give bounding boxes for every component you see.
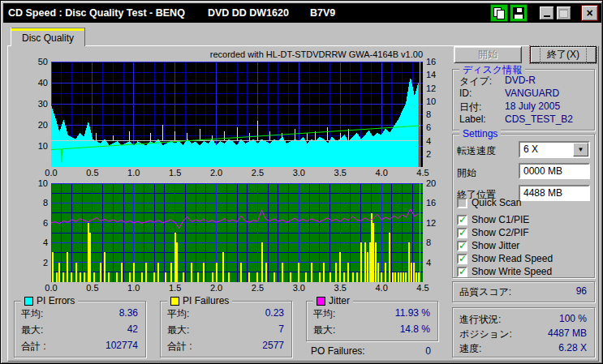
transfer-speed-label: 転送速度 [457, 144, 496, 158]
recorded-with-caption: recorded with HL-DT-STDVDRRW GWA-4164B v… [163, 49, 423, 59]
jitter-avg-label: 平均: [313, 307, 335, 321]
checkbox-label: Show C1/PIE [472, 214, 529, 225]
checkbox-show-jitter[interactable]: ✓ Show Jitter [457, 240, 519, 251]
axis-tick-label: 1.5 [163, 168, 187, 178]
end-position-input[interactable] [519, 185, 590, 201]
stop-button[interactable]: 終了(X) [530, 46, 597, 63]
disc-date-value: 18 July 2005 [505, 101, 560, 112]
axis-tick-label: 4.0 [369, 283, 394, 293]
pif-avg-value: 0.23 [265, 307, 284, 319]
axis-tick-label: 6 [426, 122, 450, 132]
check-icon: ✓ [459, 214, 467, 225]
checkbox-label: Show Jitter [472, 240, 519, 251]
checkbox-label: Quick Scan [472, 197, 521, 208]
checkbox-label: Show Write Speed [472, 266, 552, 277]
transfer-speed-select[interactable]: 6 X ▼ [519, 141, 590, 158]
checkbox-label: Show Read Speed [472, 253, 553, 264]
axis-tick-label: 1.5 [163, 283, 187, 293]
pi-failures-legend-label: PI Failures [183, 295, 229, 306]
pie-avg-label: 平均: [21, 307, 43, 321]
chevron-down-icon[interactable]: ▼ [573, 143, 588, 156]
checkbox-show-write-speed[interactable]: ✓ Show Write Speed [457, 266, 552, 277]
disc-id-value: VANGUARD [505, 88, 559, 99]
disc-type-value: DVD-R [505, 75, 536, 86]
jitter-max-value: 14.8 % [400, 323, 430, 335]
progress-value: 100 % [559, 313, 587, 324]
axis-tick-label: 0.0 [39, 168, 63, 178]
pif-max-value: 7 [278, 323, 284, 335]
axis-tick-label: 2.0 [205, 168, 229, 178]
axis-tick-label: 20 [20, 120, 48, 130]
start-button[interactable]: 開始 [454, 46, 522, 63]
checkbox-box: ✓ [457, 254, 467, 264]
close-icon: × [586, 6, 592, 19]
pi-errors-legend: PI Errors [21, 295, 78, 306]
pi-failures-swatch-icon [170, 297, 179, 306]
axis-tick-label: 1.0 [122, 283, 146, 293]
window-title-firmware: B7V9 [310, 7, 335, 19]
axis-tick-label: 16 [426, 198, 450, 208]
progress-group: 進行状況:100 % ポジション:4487 MB 速度:6.28 X [452, 307, 595, 358]
axis-tick-label: 8 [20, 198, 48, 208]
stop-button-label: 終了(X) [540, 46, 587, 63]
checkbox-show-c1-pie[interactable]: ✓ Show C1/PIE [457, 214, 529, 225]
quality-score-group: 品質スコア:96 [452, 281, 595, 302]
axis-tick-label: 50 [20, 57, 48, 66]
start-position-label: 開始 [457, 166, 476, 180]
jitter-stats-group: Jitter 平均:11.93 % 最大:14.8 % [306, 301, 438, 341]
speed-value: 6.28 X [558, 342, 587, 353]
check-icon: ✓ [459, 253, 467, 264]
copy-to-clipboard-button[interactable] [490, 4, 508, 22]
speed-label: 速度: [459, 342, 481, 356]
start-position-input[interactable] [519, 163, 590, 179]
axis-tick-label: 4.5 [411, 283, 435, 293]
pie-max-label: 最大: [21, 323, 43, 337]
axis-tick-label: 2.5 [245, 283, 269, 293]
disc-label-value: CDS_TEST_B2 [505, 113, 573, 125]
jitter-avg-value: 11.93 % [395, 307, 430, 319]
settings-title: Settings [459, 128, 501, 139]
pi-errors-legend-label: PI Errors [37, 295, 75, 306]
axis-tick-label: 0.0 [39, 283, 63, 293]
axis-tick-label: 40 [20, 78, 48, 88]
axis-tick-label: 14 [426, 70, 450, 79]
po-failures-value: 0 [390, 345, 431, 357]
pi-failures-chart [51, 183, 423, 282]
axis-tick-label: 2.0 [205, 283, 229, 293]
axis-tick-label: 10 [20, 141, 48, 151]
quality-score-value: 96 [576, 285, 587, 297]
save-button[interactable] [510, 4, 528, 22]
progress-label: 進行状況: [459, 313, 501, 327]
title-bar-buttons: × [489, 4, 598, 22]
disc-type-label: タイプ: [459, 75, 492, 88]
axis-tick-label: 4 [20, 238, 48, 247]
axis-tick-label: 20 [426, 178, 450, 188]
jitter-legend: Jitter [313, 295, 353, 306]
checkbox-show-c2-pif[interactable]: ✓ Show C2/PIF [457, 227, 529, 238]
tab-disc-quality[interactable]: Disc Quality [11, 28, 85, 46]
axis-tick-label: 10 [20, 178, 48, 188]
axis-tick-label: 2 [20, 258, 48, 268]
minimize-button[interactable] [539, 6, 554, 20]
close-button[interactable]: × [581, 5, 598, 21]
checkbox-quick-scan[interactable]: ✓ Quick Scan [457, 197, 521, 208]
disc-id-label: ID: [459, 88, 472, 99]
minimize-icon [544, 15, 550, 17]
axis-tick-label: 2 [426, 149, 450, 159]
axis-tick-label: 0.5 [80, 283, 105, 293]
axis-tick-label: 16 [426, 57, 450, 66]
tab-active-indicator [11, 28, 84, 31]
axis-tick-label: 30 [20, 99, 48, 109]
pi-errors-stats-group: PI Errors 平均:8.36 最大:42 合計 :102774 [14, 301, 146, 358]
disc-label-label: Label: [459, 113, 486, 125]
position-label: ポジション: [459, 328, 512, 341]
jitter-legend-label: Jitter [329, 295, 350, 306]
title-bar: CD Speed : Disc Quality Test - BENQ DVD … [3, 3, 601, 23]
axis-tick-label: 4.0 [369, 168, 394, 178]
pi-failures-stats-group: PI Failures 平均:0.23 最大:7 合計 :2577 [160, 301, 292, 358]
pif-max-label: 最大: [167, 323, 189, 337]
axis-tick-label: 3.0 [286, 168, 311, 178]
pif-total-label: 合計 : [167, 340, 192, 353]
checkbox-show-read-speed[interactable]: ✓ Show Read Speed [457, 253, 553, 264]
maximize-button[interactable] [556, 6, 571, 20]
